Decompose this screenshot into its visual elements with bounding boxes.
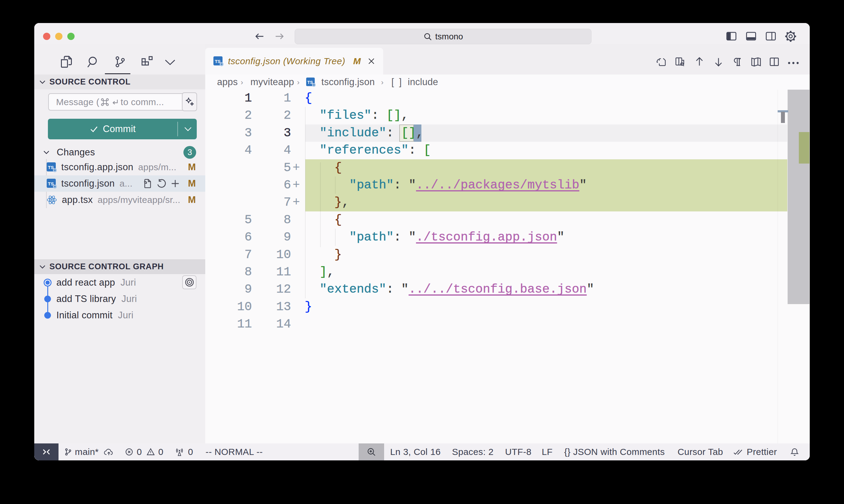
svg-text:TS: TS (48, 181, 54, 186)
svg-text:TS: TS (48, 165, 54, 170)
svg-text:TS: TS (307, 80, 313, 85)
svg-text:TS: TS (214, 59, 220, 64)
